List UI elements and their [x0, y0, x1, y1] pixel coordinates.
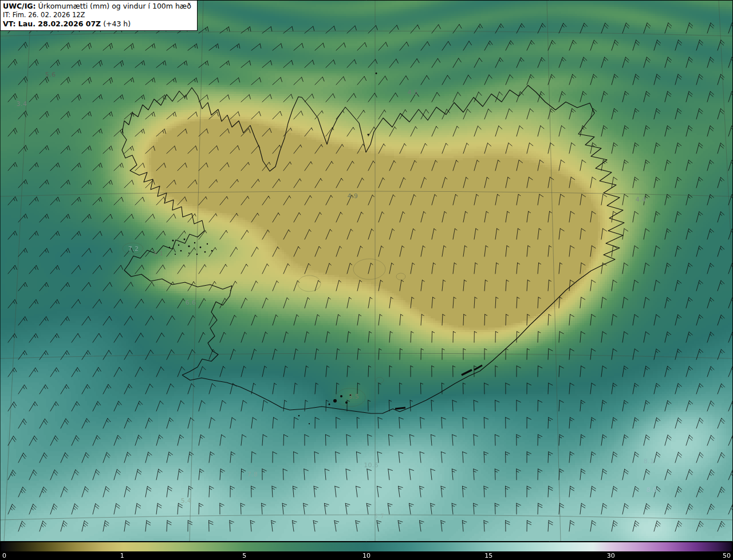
valid-time-line: VT: Lau. 28.02.2026 07Z (+43 h) — [3, 19, 191, 29]
init-time: IT: Fim. 26. 02. 2026 12Z — [3, 11, 191, 19]
colorbar-tick: 0 — [2, 552, 6, 559]
colorbar-tick: 10 — [362, 552, 371, 559]
colorbar: 01510153050 — [0, 542, 733, 560]
colorbar-gradient — [1, 542, 732, 552]
colorbar-tick: 15 — [484, 552, 492, 559]
valid-time: VT: Lau. 28.02.2026 07Z — [3, 19, 101, 28]
valid-offset: (+43 h) — [101, 19, 131, 28]
map-title: Úrkomumætti (mm) og vindur í 100m hæð — [36, 2, 191, 10]
model-label: UWC/IG: — [3, 2, 36, 10]
colorbar-tick: 50 — [723, 552, 731, 559]
weather-map: 5.63.44.54.94.47.23.16.63.510.67.85.43.7… — [0, 0, 733, 560]
colorbar-tick: 30 — [607, 552, 615, 559]
colorbar-tick: 1 — [120, 552, 124, 559]
colorbar-ticks: 01510153050 — [0, 553, 733, 560]
title-line: UWC/IG: Úrkomumætti (mm) og vindur í 100… — [3, 2, 191, 11]
colorbar-tick: 5 — [242, 552, 246, 559]
title-box: UWC/IG: Úrkomumætti (mm) og vindur í 100… — [0, 0, 198, 31]
precipitation-wind-canvas — [0, 0, 733, 542]
